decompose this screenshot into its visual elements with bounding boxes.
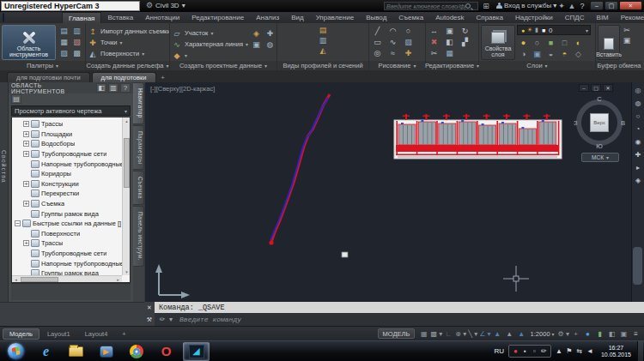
line-icon[interactable]: ╱ [371,25,384,36]
profile-icon[interactable]: ✚ [264,27,276,39]
pan-icon[interactable]: ◍ [633,97,644,110]
taskbar-clock[interactable]: 16:27 10.05.2015 [598,345,635,358]
tray-app-2-icon[interactable]: ▫ [530,346,539,357]
layer-combo[interactable]: ●☀▮■ 0 ▾ [517,25,591,35]
rtab-Autodesk 360[interactable]: Autodesk 360 [429,12,470,23]
opera-icon[interactable]: O [153,342,179,361]
viewport-controls-label[interactable]: [-][Сверху][2D-каркас] [150,85,215,93]
show-desktop-button[interactable] [637,341,643,361]
infer-constraints-icon[interactable]: ∟ [443,328,454,339]
command-caret-icon[interactable]: ▾ [167,315,175,325]
circle-icon[interactable]: ○ [402,25,415,36]
media-player-icon[interactable]: ▶ [93,342,119,361]
rtab-BIM 360[interactable]: BIM 360 [591,12,615,23]
panel-label-layers[interactable]: Слои▾ [479,61,595,70]
ltab-Layout4[interactable]: Layout4 [78,328,115,340]
maximize-button[interactable]: ▢ [605,1,618,10]
import-survey-data-button[interactable]: ↥Импорт данных съемки [88,26,167,37]
orbit-icon[interactable]: ◔ [633,123,644,135]
tree-horizontal-scrollbar[interactable]: ◂ ▸ [12,275,122,282]
expand-toggle[interactable]: + [23,131,29,137]
windows-update-icon[interactable]: ⇆ [574,346,585,358]
rtab-Вид[interactable]: Вид [285,12,309,23]
chrome-icon[interactable] [123,342,149,361]
annotation-visibility-icon[interactable]: ▲ [492,328,503,339]
arc-icon[interactable]: ◠ [386,25,399,36]
model-space-canvas[interactable]: [-][Сверху][2D-каркас] –▢✕ С Ю З В Верх … [144,82,644,302]
application-button[interactable] [3,13,4,22]
rtab-Справка[interactable]: Справка [471,12,509,23]
annotation-scale-control[interactable]: 1:2000 ▾ [528,330,557,338]
expand-toggle[interactable]: + [23,201,29,207]
expand-toggle[interactable]: + [23,121,29,127]
toolspace-anchor-icon[interactable]: ◧ [96,83,106,93]
rtab-Анализ[interactable]: Анализ [250,12,285,23]
quick-access-toolbar[interactable]: ⚙ Civil 3D ▾ [146,1,185,9]
expand-toggle[interactable]: − [15,220,21,226]
viewcube[interactable]: С Ю З В Верх [573,96,626,149]
ltab-Layout1[interactable]: Layout1 [40,328,77,340]
ftab-для подготовки[interactable]: для подготовки [92,72,156,82]
tree-item[interactable]: −Быстрые ссылки на данные [] [12,219,122,229]
vtab-Панель инструм.[interactable]: Панель инструм. [133,206,144,267]
scroll-down-icon[interactable]: ▾ [123,268,131,275]
section-views-icon[interactable]: ◭ [318,45,328,56]
point-icon[interactable]: ✚ [402,47,415,58]
paste-button[interactable]: Вставить [598,25,620,60]
toolspace-button[interactable]: Область инструментов [2,25,56,60]
erase-icon[interactable]: ✖ [428,36,440,47]
display-icon[interactable]: ▣ [618,328,629,339]
styles-palette-icon[interactable]: ▧ [70,36,83,47]
feature-line-button[interactable]: ∿Характерная линия▾ [172,39,248,50]
tree-item[interactable]: +Конструкции [12,179,122,190]
pencil-command-icon[interactable]: ✏ [158,315,167,325]
customization-icon[interactable]: ≡ [630,328,641,339]
layer-tool-7[interactable]: ▣ [531,48,544,59]
command-input-row[interactable]: ✏▾ [155,313,644,326]
close-command-icon[interactable]: ✕ [144,304,155,312]
nav-more-icon[interactable]: ◈ [633,174,644,187]
scrollbar-thumb[interactable] [21,277,58,282]
tree-item[interactable]: +Напорные трубопроводные ... [12,258,122,268]
minimize-button[interactable]: – [590,1,604,10]
toolspace-help-icon[interactable]: ? [120,83,131,93]
layer-tool-1[interactable]: ● [517,37,530,48]
tree-item[interactable]: +Перекрестки [12,189,122,199]
showmotion-icon[interactable]: ◉ [633,135,644,148]
tray-app-1-icon[interactable]: ▪ [520,346,530,357]
content-browser-icon[interactable]: ▩ [70,47,83,58]
points-button[interactable]: ✚Точки▾ [88,37,167,48]
survey-palette-icon[interactable]: ▦ [58,36,70,47]
layer-tool-4[interactable]: □ [558,37,571,48]
rtab-СПДС[interactable]: СПДС [559,12,591,23]
move-icon[interactable]: ↔ [428,25,440,36]
layer-tool-2[interactable]: ○ [531,37,544,48]
tree-item[interactable]: +Трассы [12,119,122,129]
properties-palette-icon[interactable]: ▤ [58,25,70,36]
layer-color-swatch[interactable]: ■ [540,26,547,34]
tree-item[interactable]: +Напорные трубопроводные ... [12,159,122,169]
hatch-icon[interactable]: ▨ [402,36,415,47]
trim-icon[interactable]: ✂ [428,47,440,58]
tree-item[interactable]: +Коридоры [12,169,122,179]
rtab-Съемка[interactable]: Съемка [392,12,429,23]
scale-icon[interactable]: ▞ [459,36,471,47]
tree-item[interactable]: +Съемка [12,199,122,209]
sheet-set-icon[interactable]: ▥ [70,25,83,36]
viewcube-west[interactable]: З [574,119,578,127]
layer-lock-icon[interactable]: ▮ [533,26,540,34]
internet-explorer-icon[interactable]: e [33,342,59,361]
tree-item[interactable]: +Поверхности [12,229,122,239]
nav-extra-icon[interactable]: ✚ [633,148,644,161]
steering-wheel-icon[interactable]: ◎ [633,84,644,97]
copy-icon[interactable]: ▣ [443,25,456,36]
toolspace-display-icon[interactable]: ▥ [108,83,118,93]
tree-item[interactable]: +Трубопроводные сети [12,249,122,259]
new-drawing-tab-button[interactable]: + [158,73,168,82]
viewcube-top-face[interactable]: Верх [590,113,609,132]
search-icon[interactable] [465,3,471,9]
scrollbar-thumb[interactable] [124,138,130,188]
vp-close-icon[interactable]: ✕ [603,84,613,92]
tree-item[interactable]: +Площадки [12,129,122,140]
layer-freeze-icon[interactable]: ☀ [526,26,533,34]
